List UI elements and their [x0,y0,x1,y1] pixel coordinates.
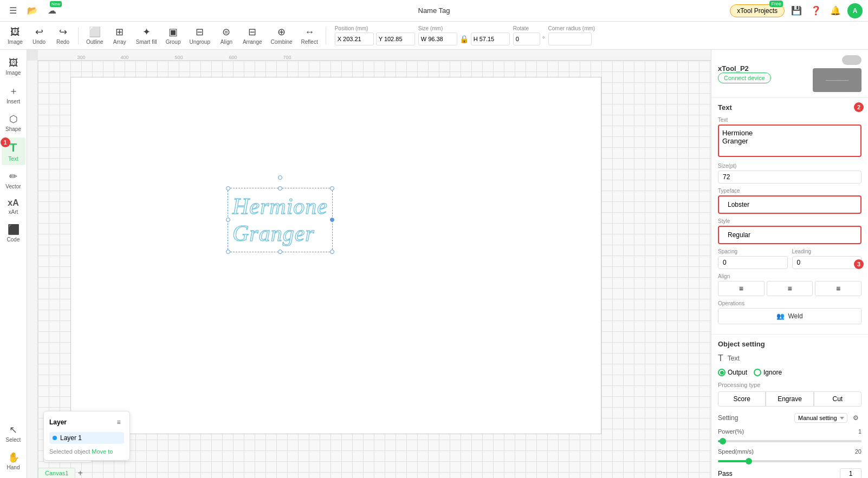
handle-middle-left[interactable] [226,218,230,222]
sidebar-item-shape[interactable]: ⬡ Shape [2,110,25,135]
hand-sidebar-icon: ✋ [8,451,20,463]
ignore-radio[interactable]: Ignore [754,369,782,376]
speed-label: Speed(mm/s) [718,448,754,455]
sidebar-item-text[interactable]: T Text 1 [2,137,25,165]
main-layout: 🖼 Image ＋ Insert ⬡ Shape T Text 1 ✏ Vect… [0,50,868,478]
height-input[interactable] [471,32,510,45]
menu-button[interactable]: ☰ [5,3,21,18]
text-object[interactable]: Hermione Granger [228,188,333,252]
xtool-projects-button[interactable]: xTool Projects Free [730,4,785,17]
code-sidebar-icon: ⬛ [8,224,20,235]
connect-device-button[interactable]: Connect device [718,73,771,83]
sidebar-item-insert[interactable]: ＋ Insert [2,81,25,108]
speed-slider[interactable] [718,460,861,462]
handle-top-center[interactable] [278,186,282,191]
position-field-group: Position (mm) [335,25,415,45]
canvas-white-area[interactable] [70,77,601,434]
toolbar-ungroup[interactable]: ⊟ Ungroup [186,24,213,47]
save-button[interactable]: 💾 [789,3,804,18]
sidebar-insert-label: Insert [7,99,20,104]
handle-top-left[interactable] [226,186,230,191]
size-pt-input[interactable] [718,171,861,184]
style-select[interactable]: Regular [723,229,856,241]
cloud-button[interactable]: ☁ New [44,3,60,18]
top-bar-left: ☰ 📂 ☁ New [5,3,60,18]
add-canvas-button[interactable]: + [77,468,82,478]
object-settings-panel: Object setting T Text Output Ignore Proc… [711,335,868,478]
toolbar-image[interactable]: 🖼 Image [4,24,26,47]
help-button[interactable]: ❓ [808,3,824,18]
move-to-link[interactable]: Move to [92,448,113,455]
speed-label-row: Speed(mm/s) 20 [718,448,861,455]
corner-input[interactable] [548,32,592,45]
device-info: xTool_P2 Connect device [718,64,771,83]
score-button[interactable]: Score [718,391,766,407]
power-value: 1 [858,428,861,435]
canvas-tab-1[interactable]: Canvas1 [38,468,75,478]
engrave-button[interactable]: Engrave [766,391,813,407]
sidebar-shape-label: Shape [5,126,21,132]
toolbar-array[interactable]: ⊞ Array [109,24,131,47]
toolbar-align[interactable]: ⊜ Align [216,24,237,47]
array-icon: ⊞ [115,26,124,38]
output-radio[interactable]: Output [718,369,747,376]
power-label-row: Power(%) 1 [718,428,861,435]
layer-item-1[interactable]: Layer 1 [49,432,124,444]
align-right-button[interactable]: ≡ [815,281,861,296]
selected-object-label: Selected object [49,448,90,455]
y-position-input[interactable] [376,32,415,45]
handle-rotate[interactable] [278,175,282,180]
handle-top-right[interactable] [330,186,334,191]
leading-input[interactable] [792,256,862,269]
toolbar-arrange[interactable]: ⊟ Arrange [239,24,265,47]
toolbar-group[interactable]: ▣ Group [163,24,184,47]
toolbar-redo[interactable]: ↪ Redo [52,24,74,47]
cut-button[interactable]: Cut [814,391,861,407]
open-file-button[interactable]: 📂 [25,3,40,18]
toolbar-undo[interactable]: ↩ Undo [28,24,50,47]
rotate-input[interactable] [513,32,540,45]
text-textarea[interactable]: Hermione Granger [718,125,861,157]
rotate-field-group: Rotate ° [513,25,545,45]
power-slider[interactable] [718,440,861,442]
canvas-grid[interactable]: Hermione Granger [38,61,711,478]
output-ignore-group: Output Ignore [718,369,861,376]
toolbar-outline[interactable]: ⬜ Outline [83,24,107,47]
notification-button[interactable]: 🔔 [828,3,843,18]
width-input[interactable] [418,32,457,45]
handle-bottom-left[interactable] [226,250,230,254]
align-icon: ⊜ [222,26,230,38]
x-position-input[interactable] [335,32,374,45]
canvas-text-line2: Granger [232,220,328,247]
sidebar-item-select[interactable]: ↖ Select [2,421,25,446]
toolbar-combine[interactable]: ⊕ Combine [268,24,296,47]
sidebar-item-hand[interactable]: ✋ Hand [2,448,25,474]
sidebar-item-vector[interactable]: ✏ Vector [2,167,25,193]
layer-menu-button[interactable]: ≡ [113,417,124,428]
canvas-text-line1: Hermione [232,193,328,220]
sidebar-item-xart[interactable]: xA xArt [2,195,25,218]
typeface-select-wrapper: Lobster [718,195,861,214]
handle-bottom-center[interactable] [278,250,282,254]
weld-button[interactable]: 👥 Weld [718,308,861,324]
reflect-icon: ↔ [305,27,314,38]
typeface-select[interactable]: Lobster [723,199,856,211]
sidebar-item-code[interactable]: ⬛ Code [2,220,25,246]
pass-input[interactable] [840,468,861,478]
align-center-button[interactable]: ≡ [767,281,813,296]
top-bar-right: xTool Projects Free 💾 ❓ 🔔 A [730,3,863,18]
toolbar-reflect[interactable]: ↔ Reflect [298,24,321,47]
setting-config-button[interactable]: ⚙ [850,412,861,424]
outline-icon: ⬜ [89,26,101,38]
text-sidebar-icon: T [10,141,17,155]
sidebar-item-image[interactable]: 🖼 Image [2,54,25,79]
arrange-icon: ⊟ [248,26,256,38]
toolbar-smart-fill[interactable]: ✦ Smart fill [133,24,160,47]
align-left-button[interactable]: ≡ [718,281,765,296]
device-toggle[interactable] [842,55,861,65]
setting-select[interactable]: Manual setting [794,413,847,423]
avatar[interactable]: A [847,3,863,18]
spacing-input[interactable] [718,256,788,269]
handle-bottom-right[interactable] [330,250,334,254]
left-ruler [27,61,38,478]
